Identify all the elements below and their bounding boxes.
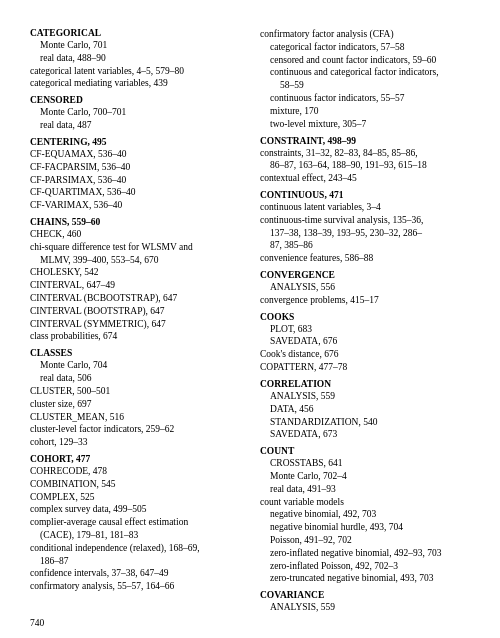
index-entry: CLASSES xyxy=(30,348,240,358)
index-entry: CF-EQUAMAX, 536–40 xyxy=(30,148,240,161)
index-entry: Monte Carlo, 701 xyxy=(30,39,240,52)
index-entry: zero-inflated Poisson, 492, 702–3 xyxy=(260,560,470,573)
index-entry: real data, 487 xyxy=(30,119,240,132)
index-entry: (CACE), 179–81, 181–83 xyxy=(30,529,240,542)
index-entry: CINTERVAL, 647–49 xyxy=(30,279,240,292)
index-entry: CF-FACPARSIM, 536–40 xyxy=(30,161,240,174)
index-entry: CHAINS, 559–60 xyxy=(30,217,240,227)
index-entry: negative binomial, 492, 703 xyxy=(260,508,470,521)
index-entry: Monte Carlo, 704 xyxy=(30,359,240,372)
index-entry: continuous latent variables, 3–4 xyxy=(260,201,470,214)
index-entry: SAVEDATA, 676 xyxy=(260,335,470,348)
index-entry: CENSORED xyxy=(30,95,240,105)
index-entry: Monte Carlo, 702–4 xyxy=(260,470,470,483)
index-entry: categorical mediating variables, 439 xyxy=(30,77,240,90)
index-entry: CF-PARSIMAX, 536–40 xyxy=(30,174,240,187)
index-entry: constraints, 31–32, 82–83, 84–85, 85–86, xyxy=(260,147,470,160)
index-entry: cluster-level factor indicators, 259–62 xyxy=(30,423,240,436)
index-entry: COHRECODE, 478 xyxy=(30,465,240,478)
index-entry: COOKS xyxy=(260,312,470,322)
index-entry: categorical latent variables, 4–5, 579–8… xyxy=(30,65,240,78)
index-entry: real data, 506 xyxy=(30,372,240,385)
index-entry: COVARIANCE xyxy=(260,590,470,600)
index-entry: cohort, 129–33 xyxy=(30,436,240,449)
index-entry: conditional independence (relaxed), 168–… xyxy=(30,542,240,555)
index-entry: COHORT, 477 xyxy=(30,454,240,464)
index-entry: contextual effect, 243–45 xyxy=(260,172,470,185)
index-entry: negative binomial hurdle, 493, 704 xyxy=(260,521,470,534)
page-wrapper: CATEGORICALMonte Carlo, 701real data, 48… xyxy=(0,0,500,638)
index-entry: Cook's distance, 676 xyxy=(260,348,470,361)
index-entry: convenience features, 586–88 xyxy=(260,252,470,265)
index-entry: chi-square difference test for WLSMV and xyxy=(30,241,240,254)
index-entry: CATEGORICAL xyxy=(30,28,240,38)
index-entry: real data, 491–93 xyxy=(260,483,470,496)
index-entry: CHECK, 460 xyxy=(30,228,240,241)
index-entry: confidence intervals, 37–38, 647–49 xyxy=(30,567,240,580)
index-entry: two-level mixture, 305–7 xyxy=(260,118,470,131)
index-entry: CROSSTABS, 641 xyxy=(260,457,470,470)
index-entry: CLUSTER_MEAN, 516 xyxy=(30,411,240,424)
index-entry: continuous factor indicators, 55–57 xyxy=(260,92,470,105)
index-entry: convergence problems, 415–17 xyxy=(260,294,470,307)
index-entry: STANDARDIZATION, 540 xyxy=(260,416,470,429)
index-entry: CENTERING, 495 xyxy=(30,137,240,147)
index-entry: class probabilities, 674 xyxy=(30,330,240,343)
index-entry: 58–59 xyxy=(260,79,470,92)
index-entry: continuous-time survival analysis, 135–3… xyxy=(260,214,470,227)
index-entry: ANALYSIS, 559 xyxy=(260,601,470,614)
index-entry: confirmatory factor analysis (CFA) xyxy=(260,28,470,41)
index-entry: 86–87, 163–64, 188–90, 191–93, 615–18 xyxy=(260,159,470,172)
index-entry: CLUSTER, 500–501 xyxy=(30,385,240,398)
index-entry: SAVEDATA, 673 xyxy=(260,428,470,441)
index-entry: Monte Carlo, 700–701 xyxy=(30,106,240,119)
index-entry: 137–38, 138–39, 193–95, 230–32, 286– xyxy=(260,227,470,240)
index-entry: cluster size, 697 xyxy=(30,398,240,411)
index-entry: CF-VARIMAX, 536–40 xyxy=(30,199,240,212)
index-entry: ANALYSIS, 556 xyxy=(260,281,470,294)
page-number: 740 xyxy=(30,618,44,628)
index-entry: categorical factor indicators, 57–58 xyxy=(260,41,470,54)
index-entry: censored and count factor indicators, 59… xyxy=(260,54,470,67)
right-column: confirmatory factor analysis (CFA)catego… xyxy=(250,28,470,614)
index-entry: MLMV, 399–400, 553–54, 670 xyxy=(30,254,240,267)
index-entry: 186–87 xyxy=(30,555,240,568)
index-entry: CONTINUOUS, 471 xyxy=(260,190,470,200)
index-entry: zero-truncated negative binomial, 493, 7… xyxy=(260,572,470,585)
index-entry: confirmatory analysis, 55–57, 164–66 xyxy=(30,580,240,593)
index-entry: COMPLEX, 525 xyxy=(30,491,240,504)
index-entry: ANALYSIS, 559 xyxy=(260,390,470,403)
index-entry: CORRELATION xyxy=(260,379,470,389)
index-entry: CONSTRAINT, 498–99 xyxy=(260,136,470,146)
index-entry: zero-inflated negative binomial, 492–93,… xyxy=(260,547,470,560)
index-entry: 87, 385–86 xyxy=(260,239,470,252)
index-entry: complex survey data, 499–505 xyxy=(30,503,240,516)
index-entry: Poisson, 491–92, 702 xyxy=(260,534,470,547)
index-entry: CF-QUARTIMAX, 536–40 xyxy=(30,186,240,199)
index-entry: mixture, 170 xyxy=(260,105,470,118)
left-column: CATEGORICALMonte Carlo, 701real data, 48… xyxy=(30,28,250,614)
index-entry: CINTERVAL (BOOTSTRAP), 647 xyxy=(30,305,240,318)
index-entry: CINTERVAL (BCBOOTSTRAP), 647 xyxy=(30,292,240,305)
index-entry: complier-average causal effect estimatio… xyxy=(30,516,240,529)
index-entry: CONVERGENCE xyxy=(260,270,470,280)
index-entry: CHOLESKY, 542 xyxy=(30,266,240,279)
index-entry: real data, 488–90 xyxy=(30,52,240,65)
index-entry: CINTERVAL (SYMMETRIC), 647 xyxy=(30,318,240,331)
index-entry: continuous and categorical factor indica… xyxy=(260,66,470,79)
index-entry: PLOT, 683 xyxy=(260,323,470,336)
index-entry: COPATTERN, 477–78 xyxy=(260,361,470,374)
index-entry: COUNT xyxy=(260,446,470,456)
index-entry: count variable models xyxy=(260,496,470,509)
index-entry: COMBINATION, 545 xyxy=(30,478,240,491)
index-entry: DATA, 456 xyxy=(260,403,470,416)
page-content: CATEGORICALMonte Carlo, 701real data, 48… xyxy=(0,0,500,638)
